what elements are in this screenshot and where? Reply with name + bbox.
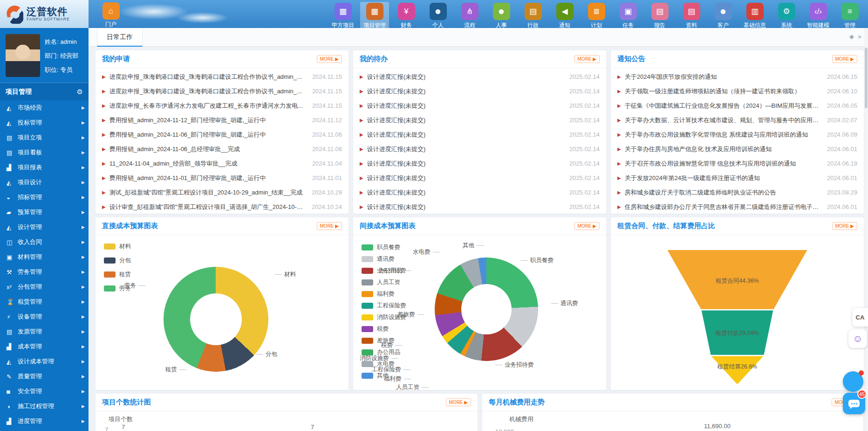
list-item[interactable]: ▶ 于征集《中国建筑施工行业信息化发展报告（2024）—BIM应用与发展》材料.… [617,98,857,113]
list-item[interactable]: ▶ 测试_彭祖新城"四馆"景观工程设计项目_2024-10-29_admin_结… [102,185,342,200]
list-item[interactable]: ▶ 关于举办住房与房地产信息化 技术及应用培训班的通知 2024.06.01 [617,142,857,156]
nav-item-甲方项目[interactable]: ▦ 甲方项目 [328,2,357,31]
sidebar-item-证件管理[interactable]: ◈ 证件管理 ▶ [0,429,89,431]
nav-item-智能建模[interactable]: ‹/› 智能建模 [804,2,833,31]
nav-item-管理[interactable]: ≡ 管理 [835,2,864,31]
nav-item-行政[interactable]: ▤ 行政 [519,2,547,31]
settings-gear-icon[interactable]: ⚙ [77,88,83,96]
list-item[interactable]: ▶ 设计进度汇报(未提交) 2025.02.14 [360,113,600,127]
list-item[interactable]: ▶ 设计进度汇报(未提交) 2025.02.14 [360,84,600,98]
nav-item-系统[interactable]: ⚙ 系统 [772,2,801,31]
list-item[interactable]: ▶ 住房和城乡建设部办公厅关于同意吉林省开展二级建造师注册证书电子化试点... … [617,200,857,214]
item-text: 关于举办市政公用设施数字化管理信息 系统建设与应用培训班的通知 [625,131,820,139]
nav-item-计划[interactable]: ≣ 计划 [582,2,611,31]
legend-item[interactable]: 分包 [104,257,131,264]
nav-item-流程[interactable]: ⋔ 流程 [455,2,484,31]
list-item[interactable]: ▶ 设计审查_彭祖新城"四馆"景观工程设计项目_请选择_胡广生_2024-10-… [102,200,342,214]
sidebar-item-预算管理[interactable]: ▰ 预算管理 ▶ [0,205,89,220]
legend-item[interactable]: 税费 [362,325,406,333]
list-item[interactable]: ▶ 设计进度汇报(未提交) 2025.02.14 [360,156,600,171]
sidebar-item-设计成本管理[interactable]: ◭ 设计成本管理 ▶ [0,354,89,369]
nav-item-项目管理[interactable]: ▦ 项目管理 [360,2,389,31]
list-item[interactable]: ▶ 费用报销_admin_2024-11-06_部门经理审批_胡建,_运行中 2… [102,127,342,142]
sidebar-item-质量管理[interactable]: ✎ 质量管理 ▶ [0,369,89,384]
list-item[interactable]: ▶ 房和城乡建设厅关于取消二级建造师临时执业证书的公告 2023.08.29 [617,185,857,200]
sidebar-item-项目报表[interactable]: ▟ 项目报表 ▶ [0,160,89,175]
list-item[interactable]: ▶ 设计进度汇报(未提交) 2025.02.14 [360,142,600,156]
list-item[interactable]: ▶ 进度款申报_珠海鹤港口建设_珠海鹤港口建设工程合作协议书_admin_...… [102,84,342,98]
list-item[interactable]: ▶ 设计进度汇报(未提交) 2025.02.14 [360,127,600,142]
list-item[interactable]: ▶ 关于发放2024年第24批一级建造师注册证书的通知 2024.06.01 [617,171,857,185]
tab-daily-work[interactable]: 日常工作 [97,28,143,47]
nav-item-报告[interactable]: ▤ 报告 [645,2,674,31]
sidebar-item-成本管理[interactable]: ▟ 成本管理 ▶ [0,339,89,354]
nav-item-资料[interactable]: ▤ 资料 [677,2,706,31]
nav-item-任务[interactable]: ▣ 任务 [614,2,642,31]
list-item[interactable]: ▶ 关于领取一级注册建造师增项贴的通知（须持一建证书前来领取） 2024.06.… [617,84,857,98]
nav-item-人事[interactable]: ☻ 人事 [487,2,516,31]
sidebar-item-分包管理[interactable]: x² 分包管理 ▶ [0,279,89,294]
list-item[interactable]: ▶ 费用报销_admin_2024-11-01_部门经理审批_胡建,_运行中 2… [102,171,342,185]
chat-bubble-icon[interactable]: 45 [843,393,865,414]
sidebar-item-收入合同[interactable]: ◫ 收入合同 ▶ [0,235,89,250]
more-button[interactable]: MORE ▶ [317,222,342,230]
list-item[interactable]: ▶ 关于召开市政公用设施智慧化管理 信息技术与应用培训班的通知 2024.06.… [617,156,857,171]
float-notification-button[interactable] [843,371,863,392]
key-icon[interactable]: ◈ [849,33,854,40]
legend-item[interactable]: 通讯费 [362,255,406,263]
sidebar-item-进度管理[interactable]: ▟ 进度管理 ▶ [0,414,89,429]
sidebar-item-设计管理[interactable]: ◭ 设计管理 ▶ [0,220,89,235]
nav-item-财务[interactable]: ¥ 财务 [392,2,421,31]
legend-item[interactable]: 材料 [104,243,131,250]
sidebar-item-设备管理[interactable]: ⚡ 设备管理 ▶ [0,309,89,324]
legend-item[interactable]: 职员餐费 [362,243,406,251]
sidebar-item-施工过程管理[interactable]: ◑ 施工过程管理 ▶ [0,399,89,414]
nav-item-portal[interactable]: ⌂ 门户 [98,2,124,28]
scrollbar-thumb[interactable] [865,48,868,108]
chevron-right-icon: ▶ [82,419,85,424]
legend-item[interactable]: 福利费 [362,290,406,298]
sidebar-item-项目看板[interactable]: ▤ 项目看板 ▶ [0,145,89,160]
sidebar-item-项目设计[interactable]: ◭ 项目设计 ▶ [0,175,89,190]
legend-item[interactable]: 工程保险费 [362,302,406,310]
nav-label: 财务 [401,22,412,28]
more-button[interactable]: MORE ▶ [574,222,600,230]
scrollbar-track [864,28,868,431]
sidebar-item-市场经营[interactable]: ◭ 市场经营 ▶ [0,100,89,115]
list-item[interactable]: ▶ 设计进度汇报(未提交) 2025.02.14 [360,70,600,84]
sidebar-item-项目立项[interactable]: ▤ 项目立项 ▶ [0,130,89,145]
sidebar-item-安全管理[interactable]: ◙ 安全管理 ▶ [0,384,89,399]
list-item[interactable]: ▶ 设计进度汇报(未提交) 2025.02.14 [360,98,600,113]
sidebar-item-劳务管理[interactable]: ⚒ 劳务管理 ▶ [0,264,89,279]
sidebar-item-发票管理[interactable]: ▤ 发票管理 ▶ [0,324,89,339]
nav-item-个人[interactable]: ☻ 个人 [424,2,452,31]
list-item[interactable]: ▶ 设计进度汇报(未提交) 2025.02.14 [360,200,600,214]
sidebar-item-租赁管理[interactable]: ⌛ 租赁管理 ▶ [0,294,89,309]
list-item[interactable]: ▶ 进度款申报_珠海鹤港口建设_珠海鹤港口建设工程合作协议书_admin_...… [102,70,342,84]
more-button[interactable]: MORE ▶ [574,55,600,63]
legend-item[interactable]: 人员工资 [362,278,406,286]
nav-item-通知[interactable]: ◀ 通知 [550,2,579,31]
sidebar-item-材料管理[interactable]: ▣ 材料管理 ▶ [0,250,89,264]
collapse-icon[interactable]: » [858,33,861,40]
more-button[interactable]: MORE ▶ [832,222,857,230]
list-item[interactable]: ▶ 费用报销_admin_2024-11-12_部门经理审批_胡建,_运行中 2… [102,113,342,127]
list-item[interactable]: ▶ 进度款申报_长春市伊通河水力发电厂改建工程_长春市伊通河水力发电... 20… [102,98,342,113]
assistant-icon[interactable]: ☺ [848,329,867,348]
float-ca-button[interactable]: CA [852,308,868,327]
list-item[interactable]: ▶ 关于2024年国庆节放假安排的通知 2024.06.15 [617,70,857,84]
more-button[interactable]: MORE ▶ [832,55,857,63]
list-item[interactable]: ▶ 设计进度汇报(未提交) 2025.02.14 [360,185,600,200]
sidebar-item-投标管理[interactable]: ◭ 投标管理 ▶ [0,115,89,130]
list-item[interactable]: ▶ 设计进度汇报(未提交) 2025.02.14 [360,171,600,185]
list-item[interactable]: ▶ 关于举办大数据、云计算技术在城市建设、规划、管理与服务中的应用培训班... … [617,113,857,127]
list-item[interactable]: ▶ 关于举办市政公用设施数字化管理信息 系统建设与应用培训班的通知 2024.0… [617,127,857,142]
more-button[interactable]: MORE ▶ [317,55,342,63]
list-item[interactable]: ▶ 11_2024-11-04_admin_经营部_领导审批__完成 2024.… [102,156,342,171]
legend-item[interactable]: 租赁 [104,271,131,278]
more-button[interactable]: MORE ▶ [446,398,471,406]
nav-item-基础信息[interactable]: ▥ 基础信息 [740,2,769,31]
list-item[interactable]: ▶ 费用报销_admin_2024-11-06_总经理审批__完成 2024.1… [102,142,342,156]
sidebar-item-招标管理[interactable]: ◒ 招标管理 ▶ [0,190,89,205]
nav-item-客户[interactable]: ☻ 客户 [709,2,738,31]
